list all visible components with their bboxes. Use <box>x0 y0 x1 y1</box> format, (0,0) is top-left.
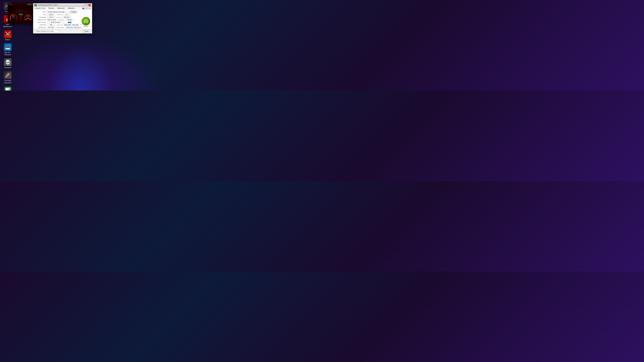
gpu-selector-dropdown[interactable]: NVIDIA GeForce GTX 1080 <box>35 30 60 32</box>
transistors-value: 7200M <box>65 19 74 21</box>
gpuz-bottom-bar: NVIDIA GeForce GTX 1080 Close <box>33 29 92 33</box>
gpuz-title-left: G TechPowerUp GPU-Z 2.57.0 <box>34 4 58 6</box>
menu-sensors[interactable]: Sensors <box>48 7 55 9</box>
afterburner-title: OB Q <box>9 3 12 5</box>
gpu-revision-row: GPU GP104 Revision A1 <box>34 13 91 16</box>
rops-value: 64 / 160 <box>47 26 56 28</box>
voltage-unit: mV <box>19 16 23 17</box>
this-pc-icon-img: 💻 <box>4 43 12 51</box>
gpuz-window: G TechPowerUp GPU-Z 2.57.0 − □ ✕ Graphic… <box>33 3 92 33</box>
menu-advanced[interactable]: Advanced <box>57 7 65 9</box>
gpuz-icon-img: 📊 <box>4 86 12 90</box>
this-pc-icon[interactable]: 💻 This PC -Shortcut <box>1 43 14 56</box>
afterburner-maximize-btn[interactable]: □ <box>30 3 31 5</box>
bus-interface-value: PCIe x16 1.1 @ x16 1.1 <box>65 26 82 28</box>
temp-value: 25 <box>19 17 23 19</box>
menu-refresh-btn[interactable]: ↻ <box>85 7 88 9</box>
name-label: Name <box>34 11 46 13</box>
crossout-icon-label: Crossout <box>4 66 11 69</box>
name-row: Name NVIDIA GeForce GTX 1080 Lookup <box>34 11 91 13</box>
gpuz-minimize-btn[interactable]: − <box>84 4 86 6</box>
gpuz-close-btn[interactable]: ✕ <box>88 4 91 6</box>
voltage-value: 843 <box>19 13 23 16</box>
gpuz-content: NVIDIA Name NVIDIA GeForce GTX 1080 Look… <box>33 10 92 29</box>
msi-afterburner-icon-label: MSIAfterburner <box>3 23 12 28</box>
die-size-value: 314 mm² <box>62 16 71 18</box>
mem-clock-gauge: 5005 MHz Mem Clock <box>24 14 32 19</box>
subvendor-value: MSI <box>47 24 56 26</box>
gpuz-app-icon: G <box>34 4 37 6</box>
afterburner-window: OB Q − □ × msi AFTERBURNER 683 <box>8 3 34 24</box>
dota2-icon-img: ⚔️ <box>4 30 12 38</box>
lookup-btn[interactable]: Lookup <box>70 11 77 13</box>
release-date-value: May 17, 2016 <box>47 19 57 21</box>
die-size-label: Die Size <box>57 16 62 18</box>
technology-label: Technology <box>34 16 46 18</box>
msi-brand-text: msi <box>19 9 23 11</box>
subvendor-label: Subvendor <box>34 24 46 26</box>
crossout-launcher-icon[interactable]: 🚀 CrossoutLauncher <box>1 70 14 84</box>
technology-value: 16 nm <box>47 16 56 18</box>
nvidia-logo-area: NVIDIA <box>81 17 91 27</box>
this-pc-icon-label: This PC -Shortcut <box>4 51 11 56</box>
gpuz-maximize-btn[interactable]: □ <box>86 4 88 6</box>
gpuz-title-text: TechPowerUp GPU-Z 2.57.0 <box>38 4 58 6</box>
uefi-label: ✓ <box>66 22 67 23</box>
menu-icons: 📷 ↻ ≡ <box>82 7 91 9</box>
svg-point-3 <box>85 20 86 22</box>
gpu-clock-gauge: 683 MHz GPU Clock <box>10 14 18 19</box>
bios-value: 86.04.17.00.50 <box>47 21 64 23</box>
close-button[interactable]: Close <box>82 30 90 33</box>
device-id-label: Device ID <box>57 24 62 26</box>
afterburner-body: msi AFTERBURNER 683 MHz GPU Clock <box>8 5 34 23</box>
afterburner-titlebar: OB Q − □ × <box>8 3 34 5</box>
gpuz-titlebar: G TechPowerUp GPU-Z 2.57.0 − □ ✕ <box>33 3 92 7</box>
name-value: NVIDIA GeForce GTX 1080 <box>47 11 69 13</box>
device-id-value: 10DE 1B80 - 1462 3364 <box>63 24 80 26</box>
dota2-icon[interactable]: ⚔️ Dota 2 <box>1 30 14 41</box>
bus-interface-label: Bus Interface <box>57 27 64 28</box>
revision-label: Revision <box>57 14 62 15</box>
uefi-badge: UEFI <box>68 22 72 23</box>
gpu-value: GP104 <box>47 13 56 16</box>
crossout-launcher-icon-img: 🚀 <box>4 71 12 79</box>
afterburner-subtitle-text: AFTERBURNER <box>14 11 27 12</box>
menu-graphics-card[interactable]: Graphics Card <box>34 7 46 9</box>
center-readings: 843 mV 25 °C <box>19 13 23 20</box>
dota2-icon-label: Dota 2 <box>5 39 10 41</box>
afterburner-minimize-btn[interactable]: − <box>28 3 29 5</box>
menu-screenshot-btn[interactable]: 📷 <box>82 7 85 9</box>
menu-validation[interactable]: Validation <box>67 7 75 9</box>
afterburner-close-btn[interactable]: × <box>31 3 33 5</box>
rops-label: ROPs/TMUs <box>34 27 46 28</box>
crossout-launcher-icon-label: CrossoutLauncher <box>4 79 11 84</box>
gpuz-win-controls: − □ ✕ <box>84 4 91 6</box>
nvidia-brand-text: NVIDIA <box>81 26 91 27</box>
afterburner-title-text: OB Q <box>9 3 12 5</box>
menu-more-btn[interactable]: ≡ <box>88 7 91 9</box>
revision-value: A1 <box>62 13 71 16</box>
transistors-label: Transistors <box>58 19 64 20</box>
gpuz-menubar: Graphics Card Sensors Advanced Validatio… <box>33 7 92 10</box>
gauges-row: 683 MHz GPU Clock 843 mV 25 °C <box>10 13 32 20</box>
crossout-icon[interactable]: 💀 Crossout <box>1 58 14 69</box>
bios-label: BIOS Version <box>34 21 46 23</box>
crossout-icon-img: 💀 <box>4 58 12 66</box>
temp-unit: °C <box>19 19 23 20</box>
afterburner-controls: − □ × <box>28 3 33 5</box>
gpuz-icon[interactable]: 📊 TechPowerUpGPU-Z <box>1 86 14 90</box>
release-date-label: Release Date <box>34 19 46 20</box>
msi-brand-logo: msi <box>19 9 23 11</box>
gpu-label: GPU <box>34 14 46 15</box>
